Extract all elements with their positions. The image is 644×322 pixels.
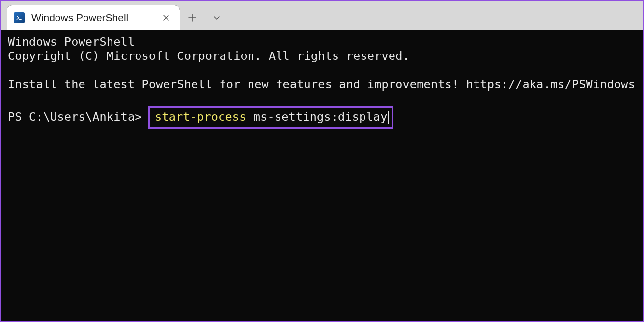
tab-powershell[interactable]: Windows PowerShell <box>7 5 180 30</box>
terminal-output-line: Windows PowerShell <box>8 35 636 49</box>
terminal-blank-line <box>8 92 636 106</box>
close-icon[interactable] <box>159 11 173 25</box>
terminal-blank-line <box>8 63 636 78</box>
tab-dropdown-button[interactable] <box>204 5 229 30</box>
command-separator <box>247 110 253 124</box>
tab-bar: Windows PowerShell <box>1 1 643 30</box>
terminal-area[interactable]: Windows PowerShell Copyright (C) Microso… <box>1 30 643 321</box>
command-cmdlet: start-process <box>155 110 247 124</box>
tab-controls <box>180 5 229 30</box>
terminal-output-line: Install the latest PowerShell for new fe… <box>8 78 636 92</box>
terminal-prompt: PS C:\Users\Ankita> <box>8 110 149 124</box>
new-tab-button[interactable] <box>180 5 204 30</box>
terminal-output-line: Copyright (C) Microsoft Corporation. All… <box>8 49 636 63</box>
text-cursor <box>388 111 389 124</box>
powershell-icon <box>14 12 25 23</box>
command-argument: ms-settings:display <box>253 110 388 124</box>
tab-title: Windows PowerShell <box>31 12 159 24</box>
command-highlight-box: start-process ms-settings:display <box>148 106 394 128</box>
terminal-prompt-line: PS C:\Users\Ankita> start-process ms-set… <box>8 106 636 128</box>
